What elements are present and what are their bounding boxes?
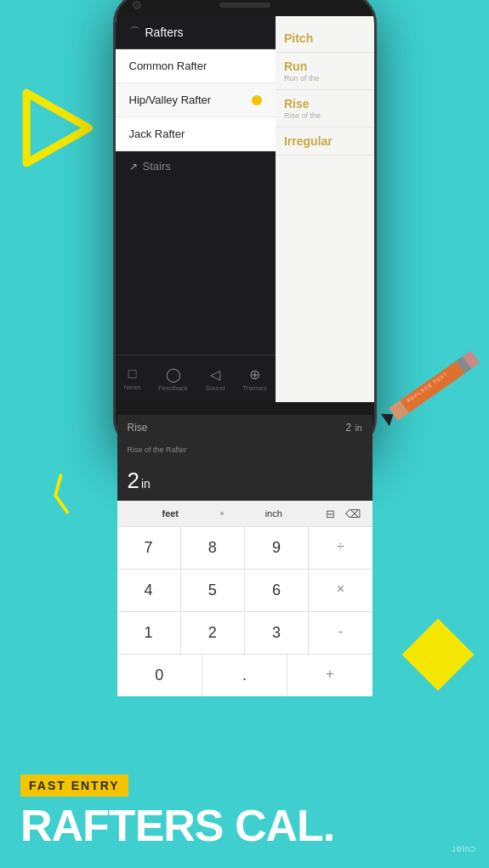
stairs-label: Stairs [143,160,171,173]
key-row-2: 4 5 6 × [117,569,372,611]
key-multiply[interactable]: × [309,570,372,611]
label-rise: Rise Rise of the [276,90,374,128]
label-run: Run Run of the [276,53,374,90]
svg-marker-0 [26,93,88,162]
label-pitch: Pitch [276,25,374,53]
key-2[interactable]: 2 [181,612,245,654]
main-title: RAFTERS CAL. [20,803,469,848]
key-minus[interactable]: - [309,612,372,654]
sound-icon: ◁ [210,366,220,383]
deco-triangle [19,85,112,179]
nav-feedback-label: Feedback [158,384,188,392]
news-icon: □ [128,366,137,382]
deco-chevron: 〈 [22,473,73,524]
dropdown-title: Rafters [145,26,184,39]
keypad: 7 8 9 ÷ 4 5 6 × 1 2 3 - 0 . + [117,526,372,696]
nav-themes-label: Themes [242,384,267,392]
display-value: 2 [346,422,352,434]
label-irregular: Irregular [276,128,374,156]
key-3[interactable]: 3 [245,612,309,654]
display-label: Rise [128,422,148,434]
rise-sublabel: Rise of the [284,111,366,120]
key-row-4: 0 . + [117,654,372,696]
display-sublabel: Rise of the Rafter [128,445,187,454]
dropdown-item-jack[interactable]: Jack Rafter [116,117,276,151]
run-label: Run [284,60,366,73]
phone-top-bar [116,0,374,16]
logo-text: ɹɐlnɔ [452,843,475,854]
stairs-section-header: ↗ Stairs [116,151,276,181]
item-label: Hip/Valley Rafter [129,94,212,106]
key-decimal[interactable]: . [202,655,287,696]
fast-entry-text: FAST ENTRY [29,779,120,792]
nav-news[interactable]: □ News [124,366,141,391]
keyboard-section: Rise 2 in Rise of the Rafter 2 in feet i… [117,415,372,696]
irregular-label: Irregular [284,134,366,148]
item-label: Common Rafter [129,60,208,72]
display-unit: in [355,423,362,433]
key-4[interactable]: 4 [117,570,181,611]
bottom-logo: ɹɐlnɔ [452,843,475,854]
key-divide[interactable]: ÷ [309,527,372,569]
input-unit: in [141,477,151,491]
key-row-3: 1 2 3 - [117,611,372,654]
selected-dot [252,95,262,105]
feet-btn[interactable]: feet [124,506,218,521]
stairs-icon: ↗ [129,161,138,173]
unit-dot [220,512,224,515]
key-plus[interactable]: + [287,655,372,696]
phone-screen: ⌒ Rafters Common Rafter Hip/Valley Rafte… [116,16,374,402]
dropdown-item-hipvalley[interactable]: Hip/Valley Rafter [116,83,276,117]
item-label: Jack Rafter [129,128,185,140]
nav-feedback[interactable]: ◯ Feedback [158,366,188,392]
nav-sound[interactable]: ◁ Sound [205,366,225,392]
key-1[interactable]: 1 [117,612,181,654]
themes-icon: ⊕ [249,366,260,383]
phone-speaker [219,3,270,8]
input-number: 2 [128,468,139,494]
fast-entry-badge: FAST ENTRY [20,774,128,797]
key-6[interactable]: 6 [245,570,309,611]
dropdown-header: ⌒ Rafters [116,16,276,49]
key-row-1: 7 8 9 ÷ [117,526,372,569]
bottom-nav: □ News ◯ Feedback ◁ Sound ⊕ Themes [116,355,276,402]
backspace-btn[interactable]: ⌫ [340,508,366,520]
key-0[interactable]: 0 [117,655,202,696]
pencil-decoration: REPLACE TEXT [380,345,486,426]
rafter-icon: ⌒ [129,25,140,40]
inch-btn[interactable]: inch [227,506,321,521]
key-8[interactable]: 8 [181,527,245,569]
run-sublabel: Run of the [284,74,366,82]
phone-wrapper: ⌒ Rafters Common Rafter Hip/Valley Rafte… [113,0,377,451]
pitch-label: Pitch [284,31,366,45]
key-9[interactable]: 9 [245,527,309,569]
nav-sound-label: Sound [205,384,225,392]
key-5[interactable]: 5 [181,570,245,611]
key-7[interactable]: 7 [117,527,181,569]
input-row: 2 in [117,461,372,501]
right-panel: Pitch Run Run of the Rise Rise of the Ir… [276,16,374,402]
rise-label: Rise [284,97,366,111]
dropdown-item-common[interactable]: Common Rafter [116,49,276,83]
phone-camera [133,1,141,9]
phone-shell: ⌒ Rafters Common Rafter Hip/Valley Rafte… [113,0,377,451]
nav-news-label: News [124,383,141,391]
deco-diamond [402,619,475,691]
nav-themes[interactable]: ⊕ Themes [242,366,267,392]
left-panel: ⌒ Rafters Common Rafter Hip/Valley Rafte… [116,16,276,402]
unit-selector: feet inch ⊟ ⌫ [117,501,372,526]
bottom-section: FAST ENTRY RAFTERS CAL. [0,757,489,868]
dropdown-items: Common Rafter Hip/Valley Rafter Jack Raf… [116,49,276,151]
fraction-icon: ⊟ [321,508,340,520]
feedback-icon: ◯ [166,366,181,383]
